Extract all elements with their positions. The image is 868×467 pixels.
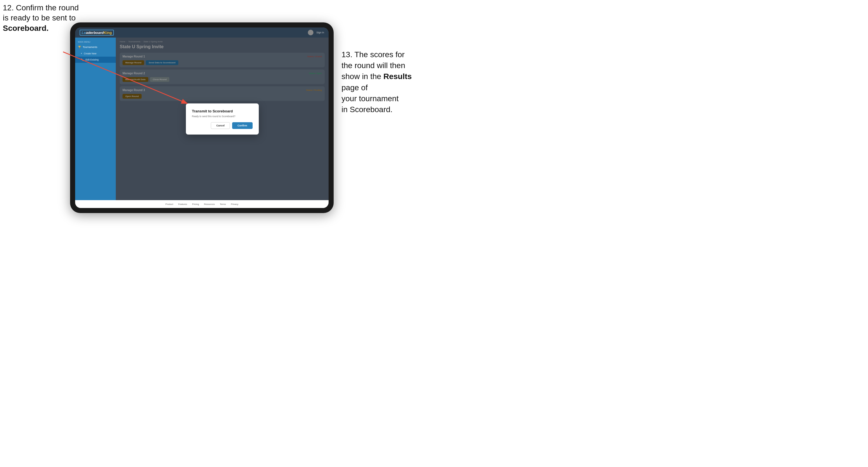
annotation-right-line6: in Scoreboard. [341, 105, 393, 114]
sidebar-menu-label: MAIN MENU [75, 40, 116, 44]
footer-link-product[interactable]: Product [165, 203, 173, 206]
logo-le: Le [82, 31, 86, 35]
sidebar-create-label: Create New [84, 52, 96, 55]
top-navbar: LeaderboardKing Sign in [75, 28, 329, 37]
edit-icon: ✏️ [81, 58, 84, 61]
logo-area: LeaderboardKing [80, 30, 114, 36]
annotation-line1: 12. Confirm the round [3, 3, 79, 12]
nav-right: Sign in [308, 30, 324, 35]
transmit-modal: Transmit to Scoreboard Ready to send thi… [186, 103, 259, 134]
footer-link-resources[interactable]: Resources [204, 203, 215, 206]
footer-link-pricing[interactable]: Pricing [192, 203, 199, 206]
footer-link-features[interactable]: Features [178, 203, 187, 206]
sidebar-edit-label: Edit Existing [86, 58, 99, 61]
modal-overlay[interactable]: Transmit to Scoreboard Ready to send thi… [116, 37, 329, 200]
logo-border: LeaderboardKing [80, 30, 114, 36]
footer-link-terms[interactable]: Terms [220, 203, 226, 206]
annotation-bold: Scoreboard. [3, 24, 49, 33]
avatar [308, 30, 313, 35]
annotation-right-line2: the round will then [341, 61, 405, 70]
main-area: MAIN MENU 🏆 Tournaments + Create New ✏️ … [75, 37, 329, 200]
tablet-screen: LeaderboardKing Sign in MAIN MENU 🏆 Tour… [75, 28, 329, 208]
sidebar: MAIN MENU 🏆 Tournaments + Create New ✏️ … [75, 37, 116, 200]
trophy-icon: 🏆 [78, 46, 81, 49]
annotation-right-line1: 13. The scores for [341, 50, 405, 59]
sidebar-tournaments-label: Tournaments [83, 46, 97, 49]
page-footer: Product Features Pricing Resources Terms… [75, 200, 329, 208]
logo-text: LeaderboardKing [80, 30, 114, 36]
tablet-device: LeaderboardKing Sign in MAIN MENU 🏆 Tour… [70, 23, 334, 213]
annotation-right-line5: your tournament [341, 94, 399, 103]
signin-link[interactable]: Sign in [316, 31, 324, 34]
annotation-right: 13. The scores for the round will then s… [341, 49, 431, 115]
logo-aderboard: aderboard [86, 31, 104, 35]
annotation-right-bold: Results [383, 72, 411, 81]
sidebar-item-create-new[interactable]: + Create New [75, 51, 116, 57]
main-content: Home › Tournaments › State U Spring Invi… [116, 37, 329, 200]
sidebar-item-tournaments[interactable]: 🏆 Tournaments [75, 44, 116, 51]
annotation-line2: is ready to be sent to [3, 13, 76, 22]
modal-cancel-btn[interactable]: Cancel [211, 122, 230, 129]
footer-link-privacy[interactable]: Privacy [231, 203, 238, 206]
modal-confirm-btn[interactable]: Confirm [232, 122, 253, 129]
modal-title: Transmit to Scoreboard [192, 109, 253, 113]
modal-subtitle: Ready to send this round to Scoreboard? [192, 115, 253, 118]
plus-icon: + [81, 52, 82, 55]
modal-actions: Cancel Confirm [192, 122, 253, 129]
annotation-right-line4: page of [341, 83, 368, 92]
annotation-right-line3: show in the [341, 72, 381, 81]
annotation-top: 12. Confirm the round is ready to be sen… [3, 3, 79, 33]
logo-king: King [104, 31, 112, 35]
sidebar-item-edit-existing[interactable]: ✏️ Edit Existing [75, 57, 116, 63]
